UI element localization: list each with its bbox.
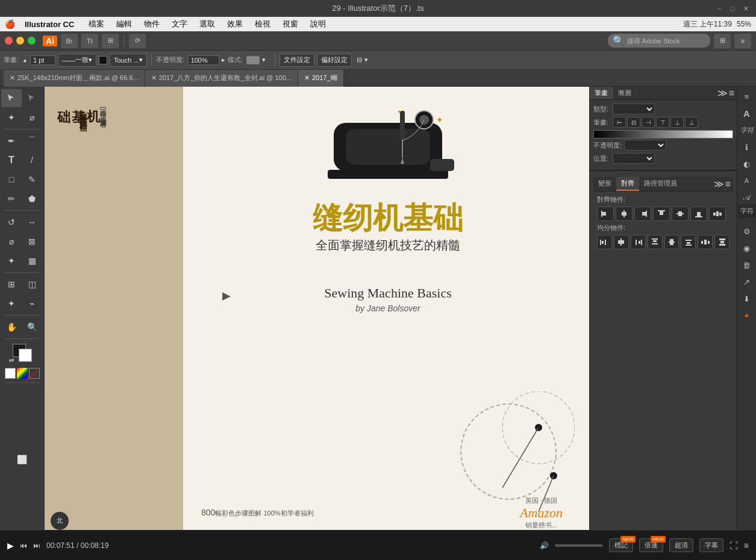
curvature-tool[interactable]: ⌒ bbox=[22, 132, 42, 150]
align-top-btn[interactable]: ⊤ bbox=[656, 117, 669, 128]
traffic-light-green[interactable] bbox=[28, 37, 36, 45]
grid-button[interactable]: ⊞ bbox=[102, 34, 119, 48]
canvas-area[interactable]: 机基础 全面掌握缝纫机技艺的精髓 高峥 [英]·简·博索娃 著 北 bbox=[45, 87, 589, 536]
tab-transform[interactable]: 變形 bbox=[593, 177, 616, 191]
hd-button[interactable]: 超清 bbox=[669, 538, 693, 552]
align-bottom-edge-btn[interactable] bbox=[690, 207, 707, 221]
blend-tool[interactable]: ⌁ bbox=[22, 294, 42, 313]
minimize-button[interactable]: － bbox=[714, 3, 725, 14]
dist-right-btn[interactable] bbox=[631, 235, 646, 249]
far-right-info-icon[interactable]: ℹ bbox=[740, 140, 754, 154]
mark-button[interactable]: 標記 NEW bbox=[609, 538, 633, 552]
shaper-tool[interactable]: ⬟ bbox=[22, 190, 42, 208]
opacity-input[interactable] bbox=[188, 55, 219, 65]
align-distribute-btn[interactable] bbox=[709, 207, 726, 221]
video-menu-button[interactable]: ≡ bbox=[744, 541, 749, 550]
paintbrush-tool[interactable]: ✎ bbox=[22, 170, 42, 188]
align-right-btn[interactable]: ⊣ bbox=[642, 117, 655, 128]
tab-stroke[interactable]: 筆畫 bbox=[590, 87, 613, 99]
doc-settings-button[interactable]: 文件設定 bbox=[280, 54, 314, 67]
artboard-tool[interactable]: ⬜ bbox=[12, 450, 33, 468]
typekit-button[interactable]: Tt bbox=[81, 34, 98, 48]
tab-0[interactable]: ✕ 25K_148x210mm封面＿兩款.ai @ 66.6... bbox=[4, 70, 145, 87]
dist-spacing-btn[interactable] bbox=[698, 235, 713, 249]
line-tool[interactable]: / bbox=[22, 151, 42, 169]
stroke-color-swatch[interactable] bbox=[19, 349, 32, 362]
menu-expand-button[interactable]: ≡ bbox=[734, 34, 751, 48]
selection-tool[interactable] bbox=[1, 89, 22, 107]
pencil-tool[interactable]: ✏ bbox=[1, 190, 22, 208]
brush-select[interactable]: Touch ... ▾ bbox=[110, 54, 147, 67]
align-right-edge-btn[interactable] bbox=[634, 207, 651, 221]
stroke-type-select[interactable]: —— 一致 ▾ bbox=[58, 54, 96, 67]
close-button[interactable]: ✕ bbox=[740, 3, 751, 14]
char-panel-icon[interactable]: 字符 bbox=[740, 207, 754, 216]
hand-tool[interactable]: ✋ bbox=[1, 318, 22, 336]
align-horiz-center-btn[interactable] bbox=[616, 207, 633, 221]
stock-search-wrap[interactable]: 🔍 bbox=[608, 34, 710, 48]
tab-2[interactable]: ✕ 2017_蝴 bbox=[298, 70, 344, 87]
rectangle-tool[interactable]: □ bbox=[1, 170, 22, 188]
align-left-btn[interactable]: ⊢ bbox=[613, 117, 626, 128]
align-middle-btn[interactable]: ⊥ bbox=[670, 117, 684, 128]
stroke-value-input[interactable] bbox=[30, 55, 55, 65]
expand-panel-icon[interactable]: ≫ bbox=[717, 87, 728, 99]
fullscreen-button[interactable]: ⛶ bbox=[729, 541, 738, 550]
prefs-button[interactable]: 偏好設定 bbox=[317, 54, 352, 67]
free-transform-tool[interactable]: ⊠ bbox=[22, 232, 42, 250]
align-panel-menu-icon[interactable]: ≡ bbox=[725, 179, 731, 190]
expand-align-icon[interactable]: ≫ bbox=[714, 178, 724, 190]
far-right-share-icon[interactable]: ↗ bbox=[740, 275, 754, 289]
warp-tool[interactable]: ⌀ bbox=[1, 232, 22, 250]
gradient-tool[interactable]: ◫ bbox=[22, 275, 42, 293]
menu-file[interactable]: 檔案 bbox=[86, 19, 107, 30]
dist-bottom-btn[interactable] bbox=[681, 235, 696, 249]
bridge-button[interactable]: Br bbox=[61, 34, 78, 48]
stock-search-input[interactable] bbox=[627, 37, 705, 45]
pen-tool[interactable]: ✒ bbox=[1, 132, 22, 150]
column-graph-tool[interactable]: ▦ bbox=[22, 252, 42, 270]
far-right-circle-icon[interactable]: ◉ bbox=[740, 241, 754, 255]
far-right-char-icon[interactable]: 字符 bbox=[740, 123, 754, 137]
menu-help[interactable]: 說明 bbox=[308, 19, 328, 30]
mesh-tool[interactable]: ⊞ bbox=[1, 275, 22, 293]
type-tool[interactable]: T bbox=[1, 151, 22, 169]
tab-pathfinder[interactable]: 路徑管理員 bbox=[639, 177, 682, 191]
dist-center-vert-btn[interactable] bbox=[664, 235, 679, 249]
menu-object[interactable]: 物件 bbox=[142, 19, 162, 30]
tab-align[interactable]: 對齊 bbox=[616, 177, 639, 191]
video-next-button[interactable]: ⏭ bbox=[33, 541, 40, 550]
zoom-tool[interactable]: 🔍 bbox=[22, 318, 42, 336]
position-select[interactable] bbox=[613, 153, 655, 164]
white-swatch[interactable] bbox=[5, 368, 16, 379]
volume-icon[interactable]: 🔊 bbox=[540, 541, 549, 550]
menu-edit[interactable]: 編輯 bbox=[114, 19, 134, 30]
panel-menu-icon[interactable]: ≡ bbox=[729, 88, 734, 99]
symbol-tool[interactable]: ✦ bbox=[1, 252, 22, 270]
opacity-select[interactable] bbox=[624, 140, 666, 151]
apple-menu[interactable]: 🍎 bbox=[5, 19, 15, 29]
tab-layers[interactable]: 漸層 bbox=[613, 87, 637, 99]
menu-view[interactable]: 檢視 bbox=[252, 19, 273, 30]
far-right-delete-icon[interactable]: 🗑 bbox=[740, 258, 754, 272]
menu-select[interactable]: 選取 bbox=[197, 19, 217, 30]
far-right-pin-icon[interactable]: ✦ bbox=[740, 308, 754, 323]
dist-spacing-vert-btn[interactable] bbox=[714, 235, 729, 249]
far-right-settings-icon[interactable]: ⚙ bbox=[740, 224, 754, 238]
menu-window[interactable]: 視窗 bbox=[280, 19, 301, 30]
gradient-swatch[interactable] bbox=[17, 368, 28, 379]
none-swatch[interactable] bbox=[29, 368, 40, 379]
volume-slider[interactable] bbox=[555, 544, 603, 547]
dist-top-btn[interactable] bbox=[648, 235, 663, 249]
far-right-layers-icon[interactable]: ≡ bbox=[740, 89, 754, 104]
traffic-light-yellow[interactable] bbox=[16, 37, 24, 45]
align-center-btn[interactable]: ⊟ bbox=[627, 117, 640, 128]
align-vert-center-btn[interactable] bbox=[672, 207, 689, 221]
menu-text[interactable]: 文字 bbox=[169, 19, 190, 30]
arrange-button[interactable]: ⊞ bbox=[714, 34, 731, 48]
far-right-download-icon[interactable]: ⬇ bbox=[740, 291, 754, 306]
align-top-edge-btn[interactable] bbox=[653, 207, 670, 221]
far-right-script-icon[interactable]: 𝒜 bbox=[740, 190, 754, 205]
video-play-button[interactable]: ▶ bbox=[7, 541, 14, 550]
rotate-tool[interactable]: ↺ bbox=[1, 213, 22, 231]
